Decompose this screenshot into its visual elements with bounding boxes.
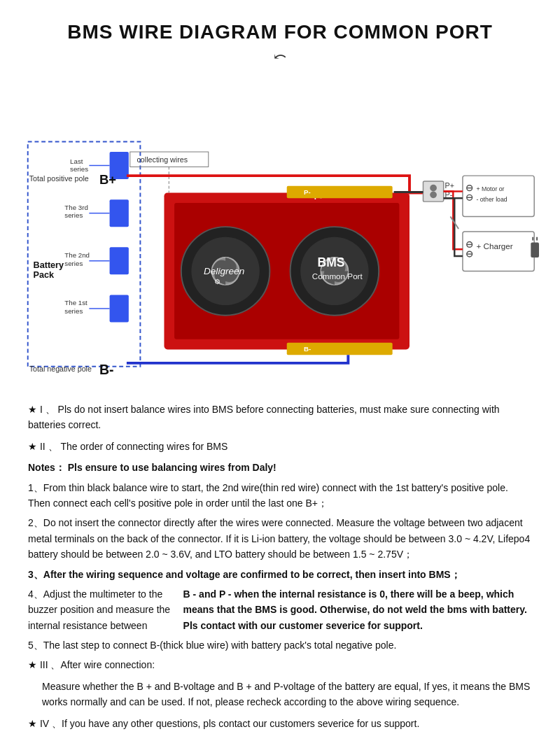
notes-line: Notes： Pls ensure to use balancing wires…: [28, 460, 532, 475]
instruction-star2: ★ II 、 The order of connecting wires for…: [28, 439, 532, 454]
page-title: BMS WIRE DIAGRAM FOR COMMON PORT: [21, 21, 539, 43]
svg-point-47: [430, 192, 437, 199]
item2-text: 2、Do not insert the connector directly a…: [28, 515, 532, 562]
svg-point-46: [430, 185, 437, 192]
instruction-star3: ★ III 、After wire connection:: [28, 657, 532, 672]
instruction-item5: 5、The last step to connect B-(thick blue…: [28, 637, 532, 653]
instruction-star4: ★ IV 、If you have any other questions, p…: [28, 716, 532, 731]
svg-text:The 2nd: The 2nd: [64, 251, 90, 259]
svg-text:⚙: ⚙: [214, 278, 220, 285]
svg-text:Common Port: Common Port: [312, 271, 363, 281]
svg-text:collecting wires: collecting wires: [137, 155, 188, 164]
svg-rect-39: [287, 343, 393, 355]
instruction-item3: 3、After the wiring sequence and voltage …: [28, 567, 532, 582]
instruction-star1: ★ I 、 Pls do not insert balance wires in…: [28, 402, 532, 433]
svg-text:Total positive pole: Total positive pole: [29, 174, 89, 183]
svg-rect-12: [110, 247, 129, 274]
item1-text: 1、From thin black balance wire to start,…: [28, 480, 532, 511]
svg-text:series: series: [70, 165, 88, 173]
svg-text:The 1st: The 1st: [64, 299, 88, 306]
item5-text: 5、The last step to connect B-(thick blue…: [28, 637, 396, 653]
star1-text: ★ I 、 Pls do not insert balance wires in…: [28, 402, 532, 433]
svg-text:B-: B-: [304, 345, 311, 353]
svg-rect-63: [531, 243, 539, 257]
svg-text:series: series: [64, 260, 83, 267]
svg-text:+  Motor or: + Motor or: [476, 185, 504, 192]
item3-text: 3、After the wiring sequence and voltage …: [28, 567, 461, 582]
svg-text:-  other load: - other load: [476, 196, 507, 203]
star3-intro: ★ III 、After wire connection:: [28, 657, 155, 672]
item4-intro: 4、Adjust the multimeter to the buzzer po…: [28, 586, 181, 633]
svg-text:P-: P-: [304, 188, 311, 196]
svg-text:B-: B-: [99, 362, 114, 377]
svg-rect-37: [287, 186, 393, 199]
star3-body-text: Measure whether the B + and B-voltage an…: [42, 681, 530, 707]
instruction-item2: 2、Do not insert the connector directly a…: [28, 515, 532, 562]
svg-rect-57: [463, 232, 534, 271]
svg-text:Deligreen: Deligreen: [204, 266, 244, 276]
svg-text:B+: B+: [99, 172, 116, 187]
svg-rect-8: [110, 199, 129, 227]
chevron-icon: ⤺: [21, 48, 539, 66]
star2-text: ★ II 、 The order of connecting wires for…: [28, 439, 227, 454]
svg-text:series: series: [64, 211, 83, 219]
svg-text:Pack: Pack: [34, 270, 55, 280]
svg-text:series: series: [64, 307, 83, 315]
svg-text:The 3rd: The 3rd: [64, 204, 88, 211]
svg-text:P+: P+: [445, 181, 454, 190]
star4-text: ★ IV 、If you have any other questions, p…: [28, 716, 419, 731]
svg-text:+  Charger: + Charger: [476, 241, 512, 251]
svg-text:BMS: BMS: [318, 255, 345, 269]
item4-bold: B - and P - when the internal resistance…: [183, 586, 532, 633]
svg-text:Last: Last: [70, 157, 83, 165]
instructions-section: ★ I 、 Pls do not insert balance wires in…: [21, 402, 539, 731]
instruction-item4: 4、Adjust the multimeter to the buzzer po…: [28, 586, 532, 633]
svg-text:Battery: Battery: [34, 260, 64, 270]
instruction-item1: 1、From thin black balance wire to start,…: [28, 480, 532, 511]
svg-rect-16: [110, 295, 129, 323]
diagram-container: Battery Pack Last series The 3rd series …: [21, 73, 539, 388]
svg-text:Total negative pole: Total negative pole: [29, 365, 92, 373]
instruction-star3-body: Measure whether the B + and B-voltage an…: [42, 679, 532, 710]
